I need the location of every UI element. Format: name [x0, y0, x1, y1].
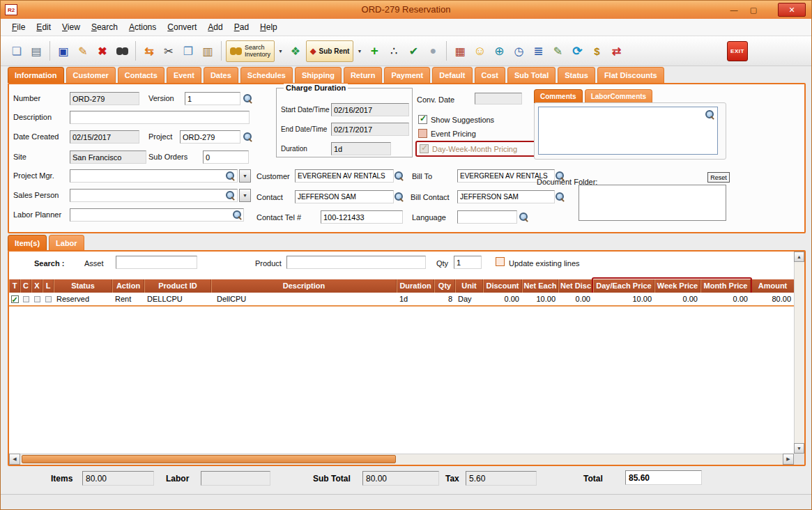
tab-status[interactable]: Status — [558, 67, 595, 83]
project-mgr-search-icon[interactable] — [225, 171, 235, 180]
col-month-price[interactable]: Month Price — [700, 279, 751, 293]
menu-pad[interactable]: Pad — [229, 20, 254, 34]
customer-input[interactable] — [295, 169, 394, 183]
description-input[interactable] — [70, 111, 250, 124]
conv-date-input[interactable] — [475, 93, 522, 105]
globe-icon[interactable]: ⊕ — [490, 42, 508, 60]
comments-search-icon[interactable] — [705, 109, 714, 119]
maximize-button[interactable]: ▢ — [746, 3, 761, 16]
col-net-disc[interactable]: Net Disc — [558, 279, 593, 293]
date-created-input[interactable] — [70, 130, 139, 144]
sub-total-input[interactable] — [362, 471, 439, 486]
delete-icon[interactable]: ✖ — [93, 42, 112, 60]
col-x[interactable]: X — [31, 279, 43, 293]
tab-payment[interactable]: Payment — [384, 67, 430, 83]
start-date-input[interactable] — [331, 103, 409, 116]
add-line-icon[interactable]: + — [365, 42, 383, 60]
transfer-icon[interactable]: ⇄ — [607, 42, 625, 60]
col-unit[interactable]: Unit — [455, 279, 483, 293]
qty-input[interactable] — [454, 256, 482, 269]
labor-planner-input[interactable] — [70, 208, 244, 222]
search-inventory-dropdown[interactable]: ▼ — [276, 42, 285, 60]
project-input[interactable] — [180, 130, 240, 144]
tab-shipping[interactable]: Shipping — [295, 67, 342, 83]
labor-total-input[interactable] — [201, 471, 270, 486]
number-input[interactable] — [70, 92, 139, 105]
sub-orders-input[interactable] — [203, 150, 249, 164]
language-search-icon[interactable] — [519, 212, 528, 222]
bill-contact-input[interactable] — [457, 190, 555, 203]
tab-dates[interactable]: Dates — [204, 67, 238, 83]
tab-default[interactable]: Default — [432, 67, 472, 83]
scroll-right-button[interactable]: ▶ — [783, 454, 794, 465]
vertical-scrollbar[interactable] — [794, 252, 804, 454]
new-document-icon[interactable]: ❏ — [8, 42, 26, 60]
exit-button[interactable]: EXIT — [727, 41, 748, 61]
project-mgr-dropdown[interactable]: ▼ — [239, 169, 251, 183]
tab-schedules[interactable]: Schedules — [240, 67, 293, 83]
clock-icon[interactable]: ◷ — [510, 42, 528, 60]
col-description[interactable]: Description — [211, 279, 397, 293]
books-icon[interactable]: ≣ — [529, 42, 547, 60]
menu-actions[interactable]: Actions — [123, 20, 162, 34]
contact-tel-input[interactable] — [321, 210, 403, 224]
tab-flat-discounts[interactable]: Flat Discounts — [597, 67, 664, 83]
version-input[interactable] — [185, 92, 240, 105]
money-icon[interactable]: $ — [588, 42, 606, 60]
close-button[interactable]: ✕ — [778, 3, 806, 17]
menu-file[interactable]: File — [6, 20, 31, 34]
contact-input[interactable] — [295, 190, 394, 203]
col-action[interactable]: Action — [112, 279, 144, 293]
sales-person-search-icon[interactable] — [225, 190, 235, 200]
smiley-icon[interactable]: ☺ — [470, 42, 489, 60]
row-c-cell[interactable] — [20, 293, 31, 306]
tab-sub-total[interactable]: Sub Total — [507, 67, 556, 83]
sub-rent-dropdown[interactable]: ▼ — [355, 42, 364, 60]
edit-icon[interactable]: ✎ — [74, 42, 92, 60]
sales-person-dropdown[interactable]: ▼ — [239, 189, 251, 202]
color-cube-icon[interactable]: ❖ — [286, 42, 305, 60]
menu-search[interactable]: Search — [86, 20, 123, 34]
tab-cost[interactable]: Cost — [475, 67, 505, 83]
project-mgr-input[interactable] — [70, 169, 238, 183]
tab-customer[interactable]: Customer — [66, 67, 116, 83]
labor-planner-search-icon[interactable] — [232, 210, 242, 219]
col-net-each[interactable]: Net Each — [522, 279, 558, 293]
col-t[interactable]: T — [9, 279, 20, 293]
copy-icon[interactable]: ❐ — [179, 42, 197, 60]
row-x-checkbox[interactable] — [34, 296, 40, 302]
site-input[interactable] — [70, 150, 146, 164]
group-items-icon[interactable]: ∴ — [385, 42, 403, 60]
col-day-each-price[interactable]: Day/Each Price — [593, 279, 654, 293]
tab-items[interactable]: Item(s) — [8, 235, 47, 251]
row-select-cell[interactable] — [9, 293, 20, 306]
sync-icon[interactable]: ⟳ — [568, 42, 586, 60]
cut-icon[interactable]: ✂ — [160, 42, 178, 60]
paste-icon[interactable]: ▥ — [199, 42, 217, 60]
update-existing-lines-checkbox[interactable] — [496, 257, 505, 266]
row-l-checkbox[interactable] — [45, 296, 52, 302]
print-icon[interactable]: ▤ — [27, 42, 45, 60]
row-c-checkbox[interactable] — [23, 296, 29, 302]
customer-search-icon[interactable] — [394, 171, 404, 180]
sphere-icon[interactable]: ● — [424, 42, 442, 60]
tab-information[interactable]: Information — [8, 67, 64, 83]
end-date-input[interactable] — [331, 123, 409, 136]
menu-add[interactable]: Add — [202, 20, 228, 34]
table-row[interactable]: Reserved Rent DELLCPU DellCPU 1d 8 Day 0… — [9, 293, 794, 307]
comments-textarea[interactable] — [538, 107, 718, 155]
find-icon[interactable] — [113, 42, 131, 60]
reset-button[interactable]: Reset — [707, 172, 730, 183]
menu-edit[interactable]: Edit — [31, 20, 56, 34]
tab-labor[interactable]: Labor — [49, 235, 84, 251]
scroll-left-button[interactable]: ◀ — [9, 454, 20, 465]
col-status[interactable]: Status — [54, 279, 112, 293]
language-input[interactable] — [457, 210, 517, 224]
grand-total-input[interactable] — [625, 470, 702, 485]
version-search-icon[interactable] — [243, 93, 252, 103]
tab-comments[interactable]: Comments — [534, 89, 583, 103]
bill-contact-search-icon[interactable] — [555, 192, 565, 201]
notes-icon[interactable]: ✎ — [549, 42, 567, 60]
sales-person-input[interactable] — [70, 189, 238, 202]
tab-event[interactable]: Event — [167, 67, 201, 83]
